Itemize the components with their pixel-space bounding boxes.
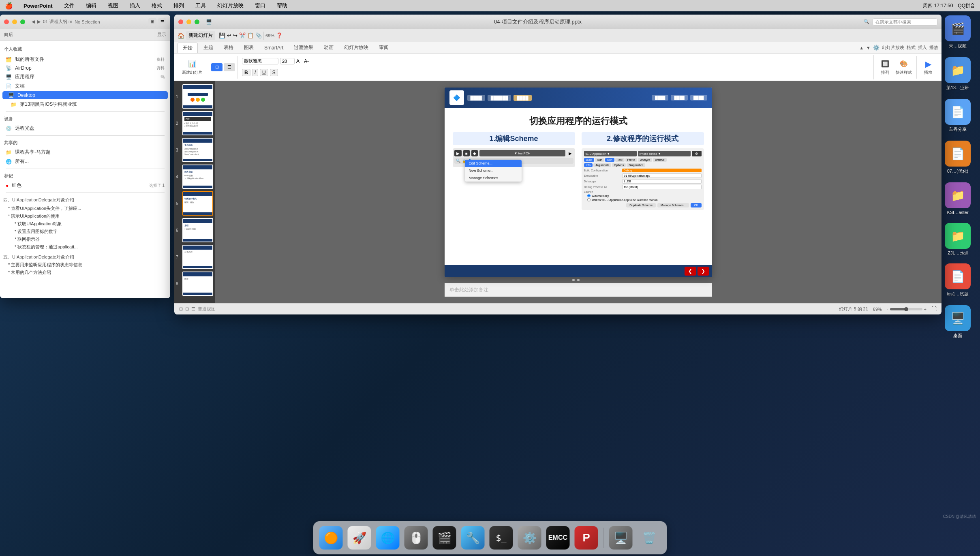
sidebar-applications[interactable]: 🖥️应用程序 码 <box>0 72 170 81</box>
subtab-opts[interactable]: Options <box>612 163 626 167</box>
dock-emcc[interactable]: EMCC <box>545 525 571 551</box>
sidebar-airdrop[interactable]: 📡AirDrop 资料 <box>0 64 170 72</box>
scheme-dropdown-1[interactable]: 01-UIApplication ▼ <box>584 151 637 156</box>
italic-btn[interactable]: I <box>252 69 258 76</box>
desktop-icon-2[interactable]: 📄 车丹分享 <box>939 99 976 133</box>
tab-archive[interactable]: Archive <box>653 158 666 162</box>
desktop-icon-3[interactable]: 📄 07…(优化) <box>939 141 976 174</box>
toolbar-cut-icon[interactable]: ✂️ <box>239 32 246 38</box>
ppt-search-input[interactable] <box>873 18 937 26</box>
scheme-selector[interactable]: ▼ testPCH <box>479 150 565 156</box>
ribbon-gear-icon[interactable]: ⚙️ <box>873 45 879 51</box>
menu-tools[interactable]: 工具 <box>193 1 208 10</box>
arrange-btn[interactable]: 🔲 排列 <box>878 58 892 77</box>
slide-thumb-8[interactable]: 附录 <box>182 272 213 296</box>
executable-value[interactable]: 01-UIApplication.app <box>622 173 702 178</box>
ppt-maximize[interactable] <box>195 19 199 24</box>
menu-powerpoint[interactable]: PowerPoint <box>21 2 55 10</box>
dock-safari[interactable]: 🌐 <box>375 525 401 551</box>
play-btn[interactable]: ▶ 播放 <box>921 58 935 77</box>
view-toggle[interactable]: ⊞ <box>148 18 156 26</box>
maximize-button[interactable] <box>20 19 25 24</box>
toolbar-copy-icon[interactable]: 📋 <box>247 32 254 38</box>
toolbar-save-icon[interactable]: 💾 <box>219 32 225 38</box>
launch-auto-radio[interactable] <box>587 194 591 197</box>
menu-window[interactable]: 窗口 <box>252 1 268 10</box>
dock-system-prefs[interactable]: ⚙️ <box>517 525 543 551</box>
minimize-button[interactable] <box>12 19 17 24</box>
slide-item-7[interactable]: 7 补充内容 <box>176 245 213 269</box>
slide-item-8[interactable]: 8 附录 <box>176 272 213 296</box>
quick-style-btn[interactable]: 🎨 快速样式 <box>894 58 914 77</box>
apple-menu[interactable]: 🍎 <box>5 2 13 10</box>
zoom-in-btn[interactable]: + <box>924 307 927 312</box>
sidebar-course-share[interactable]: 📁课程共享-马方超 <box>0 148 170 157</box>
slide-thumb-3[interactable]: 文件结构 AppDelegate.h AppDelegate.m ViewCon… <box>182 138 213 162</box>
dock-trash[interactable]: 🗑️ <box>636 525 662 551</box>
zoom-out-btn[interactable]: - <box>887 307 888 312</box>
sidebar-13th[interactable]: 📁第13期黑马iOS学科就业班 <box>0 100 170 109</box>
slide-item-3[interactable]: 3 文件结构 AppDelegate.h AppDelegate.m ViewC… <box>176 138 213 162</box>
desktop-icon-7[interactable]: 🖥️ 桌面 <box>939 305 976 339</box>
tab-run-active[interactable]: Run <box>605 158 614 162</box>
stop-btn[interactable]: ■ <box>463 150 470 156</box>
zoom-slider[interactable] <box>890 308 922 310</box>
slide-thumb-7[interactable]: 补充内容 <box>182 245 213 269</box>
tab-review[interactable]: 审阅 <box>374 43 394 53</box>
view-list[interactable]: ☰ <box>158 18 166 26</box>
outline-view-btn[interactable]: ☰ <box>191 306 195 312</box>
breakpoint-btn[interactable]: ◆ <box>471 150 478 156</box>
dock-launchpad[interactable]: 🚀 <box>347 525 372 551</box>
menu-view[interactable]: 视图 <box>105 1 121 10</box>
dock-mouse[interactable]: 🖱️ <box>403 525 429 551</box>
menu-format[interactable]: 格式 <box>149 1 165 10</box>
font-shrink-icon[interactable]: A- <box>304 58 309 64</box>
ribbon-new-slide-btn[interactable]: 📊 新建幻灯片 <box>180 58 204 77</box>
nav-forward[interactable]: ▶ <box>37 19 41 24</box>
font-grow-icon[interactable]: A+ <box>296 58 302 64</box>
menu-insert[interactable]: 插入 <box>127 1 143 10</box>
outline-content[interactable]: 个人收藏 🗂️我的所有文件 资料 📡AirDrop 资料 🖥️应用程序 码 📄文… <box>0 41 170 298</box>
scheme-btn[interactable]: ⚙ <box>692 151 702 156</box>
normal-view-btn[interactable]: ⊞ <box>179 306 183 312</box>
subtab-info[interactable]: Info <box>584 163 593 167</box>
toolbar-redo-icon[interactable]: ↪ <box>233 32 238 38</box>
prev-slide-btn[interactable]: ❮ <box>685 267 696 276</box>
dock-terminal[interactable]: $_ <box>488 525 514 551</box>
slide-thumb-5[interactable]: 切换运行模式 编辑修改 <box>182 191 213 216</box>
toolbar-help-icon[interactable]: ❓ <box>276 32 282 38</box>
dock-powerpoint[interactable]: P <box>573 525 599 551</box>
sidebar-documents[interactable]: 📄文稿 <box>0 81 170 91</box>
tab-chart[interactable]: 图表 <box>239 43 259 53</box>
desktop-icon-4[interactable]: 📁 KSI…aster <box>939 182 976 215</box>
desktop-icon-1[interactable]: 📁 第13…业班 <box>939 57 976 91</box>
tab-smartart[interactable]: SmartArt <box>259 43 288 52</box>
view-normal-btn[interactable]: ⊞ <box>211 63 223 71</box>
slide-item-4[interactable]: 4 程序启动 main函数 → UIApplicationMain <box>176 165 213 189</box>
dock-display[interactable]: 🖥️ <box>608 525 634 551</box>
sidebar-all-files[interactable]: 🗂️我的所有文件 资料 <box>0 55 170 64</box>
menu-edit[interactable]: 编辑 <box>83 1 99 10</box>
strikethrough-btn[interactable]: S <box>270 69 278 76</box>
menubar-input-method[interactable]: QQ拼音 <box>958 2 975 9</box>
slide-item-6[interactable]: 6 总结 • 知识点回顾 <box>176 218 213 242</box>
close-button[interactable] <box>4 19 9 24</box>
font-family-input[interactable] <box>242 58 278 64</box>
dock-finder[interactable]: 🟠 <box>318 525 344 551</box>
subtab-diag[interactable]: Diagnostics <box>627 163 645 167</box>
build-config-value[interactable]: Debug <box>622 169 702 172</box>
slide-thumb-4[interactable]: 程序启动 main函数 → UIApplicationMain <box>182 165 213 189</box>
slide-thumb-1[interactable] <box>182 84 213 109</box>
view-grid-btn[interactable]: ☰ <box>224 63 235 71</box>
tab-build[interactable]: Build <box>584 158 595 162</box>
slide-item-5[interactable]: 5 切换运行模式 编辑修改 <box>176 191 213 216</box>
scheme-item-edit[interactable]: Edit Scheme... <box>465 160 522 167</box>
launch-wait-radio[interactable] <box>587 198 591 201</box>
ok-btn[interactable]: OK <box>691 203 701 207</box>
sidebar-remote-disc[interactable]: 💿远程光盘 <box>0 124 170 133</box>
slide-thumb-2[interactable]: 内容 • 项目文件介绍 • 程序启动原理 <box>182 111 213 135</box>
zoom-slider-thumb[interactable] <box>904 307 908 311</box>
back-btn[interactable]: 向后 <box>4 32 13 38</box>
ribbon-up-chevron[interactable]: ▲ <box>859 45 864 50</box>
tab-theme[interactable]: 主题 <box>199 43 218 53</box>
